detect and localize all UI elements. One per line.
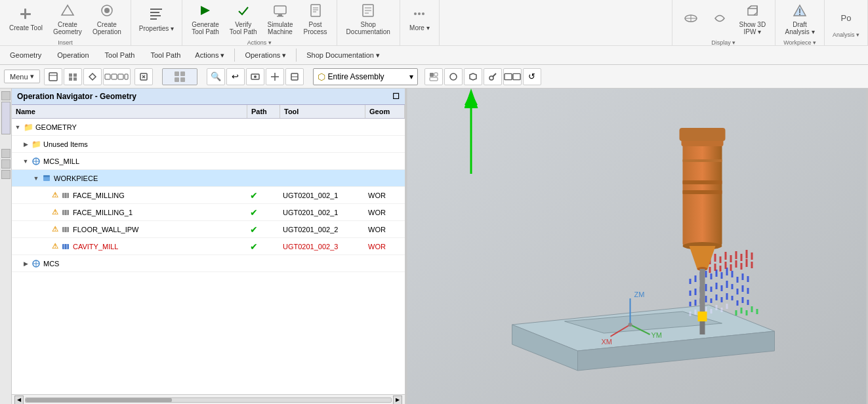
toolbar-separator-1 bbox=[234, 49, 235, 62]
svg-rect-79 bbox=[62, 244, 69, 249]
tree-item-floor-wall[interactable]: ▶ ⚠ FLOOR_WALL_IPW ✔ UGT0201_002_2 WOR bbox=[12, 221, 405, 238]
assembly-dropdown[interactable]: ⬡ Entire Assembly ▾ bbox=[313, 68, 418, 85]
actions-section-label: Actions ▾ bbox=[245, 38, 274, 46]
shop-doc-label: ShopDocumentation bbox=[346, 21, 390, 35]
tree-item-geometry[interactable]: ▼ 📁 GEOMETRY bbox=[12, 119, 405, 136]
svg-rect-48 bbox=[180, 71, 185, 76]
nav-icon-3[interactable] bbox=[83, 68, 102, 85]
grid-view-button[interactable] bbox=[162, 68, 197, 85]
display-btn-2[interactable] bbox=[707, 8, 733, 30]
expand-mcs-mill[interactable]: ▼ bbox=[22, 158, 29, 165]
tree-item-face-milling-1[interactable]: ▶ ⚠ FACE_MILLING_1 ✔ UGT0201_002_1 WOR bbox=[12, 204, 405, 221]
svg-marker-9 bbox=[201, 6, 210, 15]
view-icon-4[interactable] bbox=[266, 68, 284, 85]
viewport[interactable]: ZM XM YM bbox=[405, 89, 868, 404]
post-process-button[interactable]: PostProcess bbox=[299, 0, 331, 38]
verify-toolpath-button[interactable]: VerifyTool Path bbox=[226, 0, 261, 38]
create-tool-button[interactable]: Create Tool bbox=[5, 3, 47, 34]
expand-mcs[interactable]: ▶ bbox=[22, 260, 29, 267]
svg-rect-163 bbox=[746, 310, 748, 315]
scroll-left[interactable]: ◀ bbox=[14, 395, 24, 405]
svg-point-52 bbox=[254, 75, 257, 78]
svg-rect-137 bbox=[720, 256, 722, 263]
svg-rect-174 bbox=[683, 180, 722, 184]
view-icon-1[interactable]: 🔍 bbox=[207, 68, 225, 85]
show-3d-ipw-button[interactable]: Show 3DIPW ▾ bbox=[735, 0, 770, 38]
tree-item-face-milling[interactable]: ▶ ⚠ FACE_MILLING ✔ UGT0201_002_1 WOR bbox=[12, 187, 405, 204]
analysis-button[interactable]: Po bbox=[833, 8, 859, 30]
warning-face-milling-1: ⚠ bbox=[52, 208, 58, 216]
menu-button[interactable]: Menu ▾ bbox=[4, 70, 40, 83]
scroll-track[interactable] bbox=[25, 397, 392, 403]
unused-label: Unused Items bbox=[43, 140, 88, 148]
side-icon-3[interactable] bbox=[1, 149, 10, 158]
create-geometry-button[interactable]: CreateGeometry bbox=[49, 0, 86, 38]
svg-rect-42 bbox=[118, 74, 123, 79]
view-icon-7[interactable] bbox=[444, 68, 463, 85]
tab-toolpath-1[interactable]: Tool Path bbox=[98, 49, 142, 62]
view-icon-6[interactable] bbox=[424, 68, 443, 85]
nav-icon-5[interactable] bbox=[134, 68, 153, 85]
svg-rect-157 bbox=[711, 309, 713, 313]
face-milling-1-label: FACE_MILLING_1 bbox=[73, 209, 133, 216]
svg-rect-64 bbox=[512, 73, 520, 79]
view-icon-8[interactable] bbox=[464, 68, 482, 85]
properties-button[interactable]: Properties ▾ bbox=[136, 4, 176, 34]
more-button[interactable]: More ▾ bbox=[405, 3, 434, 34]
tree-item-workpiece[interactable]: ▼ WORKPIECE bbox=[12, 170, 405, 187]
view-icon-9[interactable] bbox=[484, 68, 502, 85]
svg-text:YM: YM bbox=[651, 331, 663, 339]
svg-rect-7 bbox=[150, 15, 161, 16]
nav-scrollbar: ◀ ▶ bbox=[12, 394, 405, 404]
view-icon-3[interactable] bbox=[246, 68, 264, 85]
svg-rect-133 bbox=[742, 297, 744, 303]
actions-dropdown[interactable]: Actions ▾ bbox=[189, 49, 230, 62]
tree-item-cavity-mill[interactable]: ▶ ⚠ CAVITY_MILL ✔ UGT0201_002_3 WOR bbox=[12, 238, 405, 255]
side-icon-4[interactable] bbox=[1, 159, 10, 169]
shop-doc-dropdown[interactable]: Shop Documentation ▾ bbox=[300, 49, 386, 62]
face-milling-1-path: ✔ bbox=[247, 207, 280, 218]
shop-doc-section bbox=[365, 38, 372, 46]
display-btn-1[interactable] bbox=[678, 8, 704, 30]
draft-analysis-button[interactable]: DraftAnalysis ▾ bbox=[781, 0, 819, 38]
view-icon-10[interactable] bbox=[503, 68, 522, 85]
tab-toolpath-2[interactable]: Tool Path bbox=[143, 49, 188, 62]
tab-operation[interactable]: Operation bbox=[50, 49, 96, 62]
navigator-maximize[interactable]: ☐ bbox=[392, 92, 400, 101]
expand-geometry[interactable]: ▼ bbox=[14, 124, 21, 131]
tree-item-mcs-mill[interactable]: ▼ MCS_MILL bbox=[12, 153, 405, 170]
tab-geometry[interactable]: Geometry bbox=[3, 49, 49, 62]
svg-rect-145 bbox=[714, 264, 716, 271]
tree-item-mcs[interactable]: ▶ MCS bbox=[12, 255, 405, 272]
tree-item-unused[interactable]: ▶ 📁 Unused Items bbox=[12, 136, 405, 153]
svg-rect-37 bbox=[69, 77, 72, 81]
nav-icon-4[interactable] bbox=[103, 68, 131, 85]
simulate-machine-button[interactable]: SimulateMachine bbox=[264, 0, 297, 38]
operations-dropdown[interactable]: Operations ▾ bbox=[239, 49, 292, 62]
side-icon-5[interactable] bbox=[1, 170, 10, 179]
col-name: Name bbox=[12, 105, 247, 118]
create-tool-label: Create Tool bbox=[9, 24, 43, 31]
generate-toolpath-button[interactable]: GenerateTool Path bbox=[188, 0, 223, 38]
draft-analysis-label: DraftAnalysis ▾ bbox=[785, 21, 815, 35]
svg-rect-58 bbox=[434, 73, 438, 76]
expand-workpiece[interactable]: ▼ bbox=[33, 175, 39, 182]
svg-rect-117 bbox=[690, 302, 692, 306]
view-icon-5[interactable] bbox=[285, 68, 304, 85]
floor-wall-icon bbox=[60, 224, 71, 235]
view-icon-11[interactable]: ↺ bbox=[523, 68, 541, 85]
create-operation-button[interactable]: CreateOperation bbox=[89, 0, 125, 38]
view-icon-2[interactable]: ↩ bbox=[226, 68, 245, 85]
side-icon-2[interactable] bbox=[1, 102, 10, 134]
main-toolbar: Create Tool CreateGeometry bbox=[0, 0, 868, 65]
nav-icon-2[interactable] bbox=[64, 68, 82, 85]
svg-rect-151 bbox=[746, 259, 748, 267]
expand-unused[interactable]: ▶ bbox=[22, 141, 29, 148]
side-icon-1[interactable] bbox=[1, 91, 10, 100]
scroll-right[interactable]: ▶ bbox=[393, 395, 402, 405]
svg-rect-69 bbox=[43, 175, 50, 177]
workpiece-label: WORKPIECE bbox=[54, 174, 98, 182]
properties-group: Properties ▾ bbox=[131, 0, 182, 45]
nav-icon-1[interactable] bbox=[44, 68, 62, 85]
shop-documentation-button[interactable]: ShopDocumentation bbox=[342, 0, 394, 38]
